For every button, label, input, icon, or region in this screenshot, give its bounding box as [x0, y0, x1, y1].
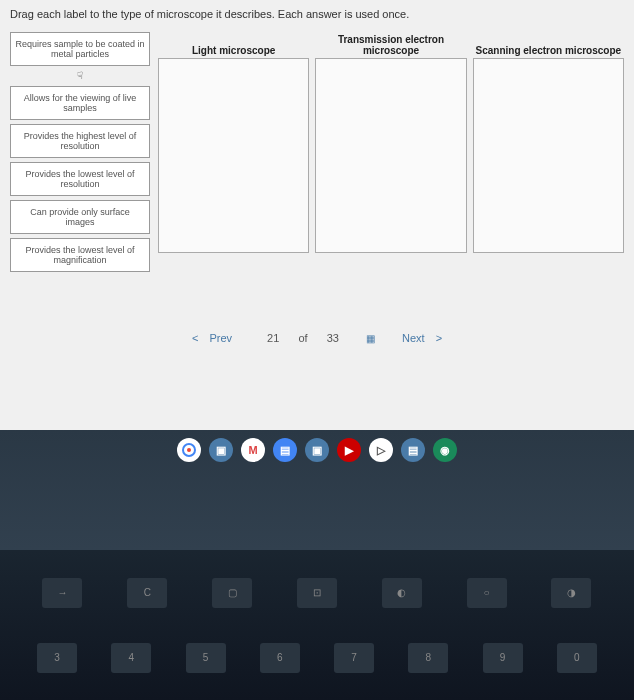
dropzone-title: Transmission electron microscope: [315, 32, 466, 56]
key[interactable]: ◑: [551, 578, 591, 608]
cursor-hand-icon: ☟: [10, 70, 150, 82]
drag-label[interactable]: Provides the lowest level of magnificati…: [10, 238, 150, 272]
keyboard: → C ▢ ⊡ ◐ ○ ◑ 3 4 5 6 7 8 9 0: [0, 550, 634, 700]
dropzone-column: Transmission electron microscope: [315, 32, 466, 272]
dropzone-sem[interactable]: [473, 58, 624, 253]
chrome-icon[interactable]: [177, 438, 201, 462]
dropzones-container: Light microscope Transmission electron m…: [158, 32, 624, 272]
key[interactable]: 4: [111, 643, 151, 673]
taskbar: ▣ M ▤ ▣ ▶ ▷ ▤ ◉: [0, 430, 634, 470]
drag-label[interactable]: Allows for the viewing of live samples: [10, 86, 150, 120]
quiz-content: Drag each label to the type of microscop…: [0, 0, 634, 430]
instructions-text: Drag each label to the type of microscop…: [10, 8, 624, 20]
key[interactable]: 8: [408, 643, 448, 673]
dropzone-title: Light microscope: [158, 32, 309, 56]
key[interactable]: 6: [260, 643, 300, 673]
keyboard-row: → C ▢ ⊡ ◐ ○ ◑: [20, 578, 614, 608]
key[interactable]: C: [127, 578, 167, 608]
key[interactable]: 7: [334, 643, 374, 673]
keyboard-row: 3 4 5 6 7 8 9 0: [20, 643, 614, 673]
files-icon[interactable]: ▣: [209, 438, 233, 462]
notes-icon[interactable]: ▤: [401, 438, 425, 462]
pagination: < Prev 21 of 33 ▦ Next >: [10, 332, 624, 344]
youtube-icon[interactable]: ▶: [337, 438, 361, 462]
key[interactable]: ◐: [382, 578, 422, 608]
drag-label[interactable]: Can provide only surface images: [10, 200, 150, 234]
play-icon[interactable]: ▷: [369, 438, 393, 462]
prev-button[interactable]: < Prev: [192, 332, 240, 344]
drag-label[interactable]: Provides the lowest level of resolution: [10, 162, 150, 196]
store-icon[interactable]: ▣: [305, 438, 329, 462]
key[interactable]: ○: [467, 578, 507, 608]
key[interactable]: 5: [186, 643, 226, 673]
key[interactable]: ▢: [212, 578, 252, 608]
key[interactable]: →: [42, 578, 82, 608]
key[interactable]: 0: [557, 643, 597, 673]
key[interactable]: 3: [37, 643, 77, 673]
key[interactable]: 9: [483, 643, 523, 673]
dropzone-light[interactable]: [158, 58, 309, 253]
dropzone-column: Light microscope: [158, 32, 309, 272]
labels-column: Requires sample to be coated in metal pa…: [10, 32, 150, 272]
key[interactable]: ⊡: [297, 578, 337, 608]
next-button[interactable]: Next >: [394, 332, 442, 344]
docs-icon[interactable]: ▤: [273, 438, 297, 462]
dropzone-column: Scanning electron microscope: [473, 32, 624, 272]
camera-icon[interactable]: ◉: [433, 438, 457, 462]
drag-label[interactable]: Provides the highest level of resolution: [10, 124, 150, 158]
dropzone-tem[interactable]: [315, 58, 466, 253]
desktop-area: ▣ M ▤ ▣ ▶ ▷ ▤ ◉ → C ▢ ⊡ ◐ ○ ◑ 3 4 5 6 7 …: [0, 430, 634, 700]
dropzone-title: Scanning electron microscope: [473, 32, 624, 56]
main-layout: Requires sample to be coated in metal pa…: [10, 32, 624, 272]
gmail-icon[interactable]: M: [241, 438, 265, 462]
svg-point-1: [187, 448, 191, 452]
grid-view-icon[interactable]: ▦: [366, 333, 375, 344]
drag-label[interactable]: Requires sample to be coated in metal pa…: [10, 32, 150, 66]
page-indicator: 21 of 33: [259, 332, 347, 344]
